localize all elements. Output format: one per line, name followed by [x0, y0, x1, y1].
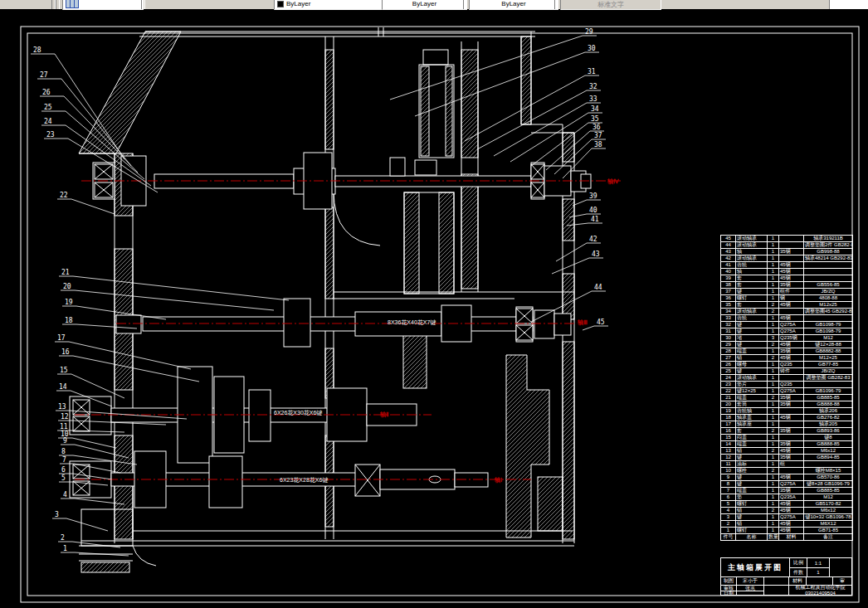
bom-cell: 套: [736, 275, 768, 282]
text-style-control[interactable]: 标准文字: [560, 0, 661, 10]
bom-cell: 组: [779, 461, 804, 468]
bom-cell: 41: [721, 262, 736, 269]
bom-cell: JB/ZQ: [804, 368, 853, 375]
bom-cell: 铸件: [779, 368, 804, 375]
bom-cell: 5: [721, 501, 736, 508]
bom-cell: 35钢: [779, 282, 804, 289]
bom-cell: 1: [768, 249, 779, 255]
callout-number: 27: [40, 71, 48, 79]
bom-cell: 45钢: [779, 528, 804, 534]
callout-number: 16: [61, 348, 70, 356]
callout-number: 33: [589, 95, 597, 103]
callout-leader-line: [415, 52, 585, 116]
bom-cell: 套筒: [736, 401, 768, 408]
bom-cell: 35钢: [779, 249, 804, 255]
bom-cell: 20: [721, 401, 736, 408]
layer-control[interactable]: [62, 0, 144, 10]
shaft-name-label: 轴Ⅳ: [607, 178, 619, 185]
bom-cell: 1: [768, 474, 779, 481]
callout-number: 24: [44, 118, 52, 125]
linetype-control[interactable]: ByLayer: [382, 0, 467, 10]
spline-spec-text: 8X36花X40花X7键: [388, 319, 436, 326]
bom-header-cell: 名称: [736, 534, 768, 541]
bom-row: 42滚动轴承1轴承48214 GB292-83: [721, 255, 853, 262]
bom-cell: 1: [768, 488, 779, 494]
bom-cell: 8: [721, 481, 736, 488]
bom-cell: 1: [768, 481, 779, 488]
title-block-empty-cell: [736, 591, 764, 596]
bom-cell: 1: [768, 415, 779, 421]
bom-cell: 堵: [736, 335, 768, 342]
callout-number: 9: [63, 437, 67, 445]
bom-cell: 21: [721, 395, 736, 401]
callout-number: 14: [59, 383, 67, 391]
bom-row: 10螺栓2螺栓M8×15: [721, 468, 853, 474]
bom-cell: 1: [768, 421, 779, 428]
bom-cell: 1: [768, 382, 779, 388]
bom-cell: 2: [768, 355, 779, 362]
bom-cell: 1: [768, 255, 779, 262]
bom-cell: 1: [768, 494, 779, 501]
bom-row: 18轴承盖145钢GB276-82: [721, 415, 853, 421]
bom-cell: 轴承205: [804, 421, 853, 428]
layers-icon: [66, 0, 79, 8]
shaft-name-label: 轴Ⅱ: [379, 411, 388, 418]
callout-number: 11: [60, 423, 68, 430]
bom-cell: 键8×28 GB1096-79: [804, 481, 853, 488]
bom-cell: [804, 275, 853, 282]
bom-cell: 2: [768, 428, 779, 435]
bom-cell: GB1098-79: [804, 322, 853, 328]
bom-cell: 1: [768, 282, 779, 289]
bom-row: 44滚动轴承1调整垫圈2件 GB282-83: [721, 242, 853, 249]
bom-cell: 2: [768, 309, 779, 315]
callout-number: 23: [46, 131, 55, 139]
bom-row: 16套235钢GB893-86: [721, 428, 853, 435]
bom-cell: 45钢: [779, 448, 804, 455]
title-block: 主轴箱展开图 比例 1:1 件数 1 制图 宋小于 材料 审 审核 张兆 日期 …: [720, 557, 852, 596]
bom-cell: 垫片: [736, 382, 768, 388]
bom-row: 29键245钢键12×28-88: [721, 342, 853, 348]
bom-cell: 钢: [779, 295, 804, 302]
bom-cell: [779, 242, 804, 249]
bom-cell: 45钢: [779, 501, 804, 508]
bom-cell: [804, 461, 853, 468]
color-control[interactable]: ByLayer: [274, 0, 384, 10]
bom-cell: 轴承206: [804, 408, 853, 415]
bom-cell: 18: [721, 415, 736, 421]
bom-cell: 1: [768, 514, 779, 521]
bom-cell: 销: [736, 508, 768, 514]
bom-cell: M6x12: [804, 448, 853, 455]
callout-number: 15: [60, 367, 68, 374]
bom-cell: 螺栓: [736, 468, 768, 474]
bom-cell: 45钢: [779, 508, 804, 514]
callout-leader-line: [71, 199, 115, 214]
title-block-empty-cell: [829, 557, 852, 577]
callout-number: 18: [65, 317, 73, 324]
callout-number: 35: [591, 115, 599, 123]
bom-cell: 轴承盖: [736, 415, 768, 421]
text-style-value: 标准文字: [597, 0, 624, 9]
bom-cell: 33: [721, 315, 736, 322]
callout-number: 13: [58, 403, 66, 411]
callout-number: 3: [55, 511, 59, 518]
drawing-title: 主轴箱展开图: [720, 557, 790, 577]
bom-cell: 22: [721, 388, 736, 395]
bom-cell: 1: [768, 368, 779, 375]
bom-row: 37键1组件JB/ZQ: [721, 289, 853, 295]
bom-cell: 套: [736, 282, 768, 289]
bom-cell: GB885-85: [804, 488, 853, 494]
bom-row: 38套135钢GB556-85: [721, 282, 853, 289]
lineweight-control[interactable]: ByLayer: [469, 0, 558, 10]
doc-number: 03021409504: [805, 591, 836, 596]
bom-row: 15闷盖1键8: [721, 435, 853, 441]
bom-cell: 1: [768, 362, 779, 368]
bom-cell: M12: [804, 335, 853, 342]
callout-number: 8: [61, 448, 66, 455]
bom-cell: [779, 468, 804, 474]
callout-number: 21: [61, 269, 70, 276]
callout-leader-line: [531, 123, 588, 166]
bom-cell: 键: [736, 474, 768, 481]
toolbar-separator: [554, 0, 558, 9]
bom-parts-table: 45滚动轴承1轴承319211B44滚动轴承1调整垫圈2件 GB282-8343…: [720, 235, 853, 541]
bom-cell: 14: [721, 441, 736, 448]
